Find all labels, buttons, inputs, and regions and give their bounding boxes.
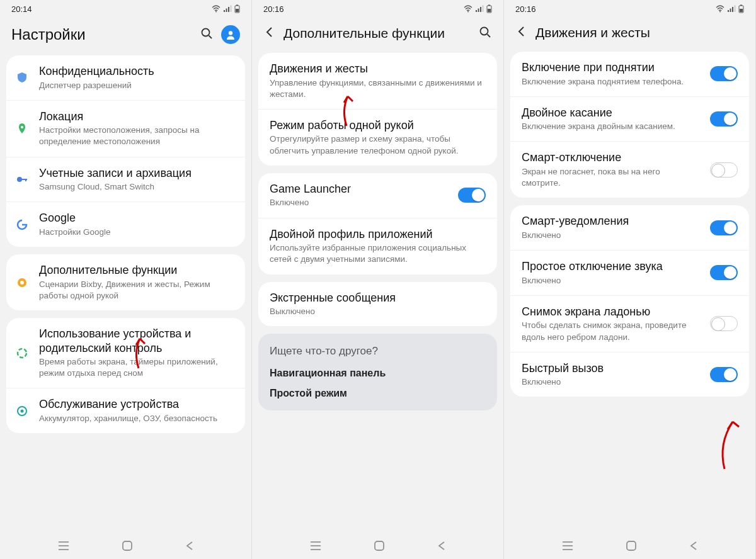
row-devicecare[interactable]: Обслуживание устройства Аккумулятор, хра… [6, 388, 245, 433]
motions-list: Включение при поднятии Включение экрана … [504, 52, 755, 533]
row-dualmessenger[interactable]: Двойной профиль приложений Используйте и… [258, 218, 497, 274]
row-title: Google [39, 211, 234, 225]
svg-rect-28 [483, 6, 484, 13]
svg-point-12 [17, 177, 22, 182]
nav-back-icon[interactable] [185, 541, 195, 551]
toggle-gamelauncher[interactable] [458, 188, 486, 203]
svg-point-17 [18, 349, 26, 358]
row-palmswipe[interactable]: Снимок экрана ладонью Чтобы сделать сним… [510, 295, 749, 352]
clock: 20:16 [263, 4, 284, 14]
avatar[interactable] [221, 25, 240, 44]
svg-rect-44 [740, 5, 742, 6]
row-doubletap[interactable]: Двойное касание Включение экрана двойным… [510, 96, 749, 142]
toggle-easymute[interactable] [710, 265, 738, 280]
row-onehand[interactable]: Режим работы одной рукой Отрегулируйте р… [258, 109, 497, 166]
card: Game Launcher Включено Двойной профиль п… [258, 173, 497, 274]
svg-rect-7 [236, 9, 239, 12]
toggle-directcall[interactable] [710, 367, 738, 382]
row-lifttowake[interactable]: Включение при поднятии Включение экрана … [510, 52, 749, 96]
location-icon [15, 121, 29, 135]
row-sub: Диспетчер разрешений [39, 80, 234, 91]
screen-settings: 20:14 Настройки Конфиденциальность Диспе… [0, 0, 252, 559]
svg-point-38 [719, 11, 721, 13]
navbar [504, 533, 755, 559]
svg-rect-39 [728, 10, 729, 12]
svg-point-11 [21, 126, 23, 128]
search-icon[interactable] [478, 25, 492, 42]
nav-recent-icon[interactable] [561, 541, 574, 551]
row-motions[interactable]: Движения и жесты Управление функциями, с… [258, 53, 497, 109]
nav-home-icon[interactable] [373, 539, 386, 552]
row-sos[interactable]: Экстренные сообщения Выключено [258, 282, 497, 327]
card: Конфиденциальность Диспетчер разрешений … [6, 55, 245, 247]
navbar [252, 533, 503, 559]
screen-motions: 20:16 Движения и жесты Включение при под… [504, 0, 756, 559]
svg-line-9 [209, 36, 212, 39]
svg-rect-1 [224, 10, 225, 12]
shield-icon [15, 71, 29, 84]
row-location[interactable]: Локация Настройки местоположения, запрос… [6, 100, 245, 157]
card: Включение при поднятии Включение экрана … [510, 52, 749, 198]
navbar [0, 533, 251, 559]
toggle-smartstay[interactable] [710, 162, 738, 178]
row-gamelauncher[interactable]: Game Launcher Включено [258, 173, 497, 218]
row-title: Режим работы одной рукой [270, 118, 486, 133]
svg-rect-3 [228, 7, 229, 12]
row-smartstay[interactable]: Смарт-отключение Экран не погаснет, пока… [510, 141, 749, 198]
nav-home-icon[interactable] [121, 539, 134, 552]
row-title: Использование устройства и родительский … [39, 327, 234, 355]
link-navigation-bar[interactable]: Навигационная панель [270, 368, 486, 379]
row-directcall[interactable]: Быстрый вызов Включено [510, 352, 749, 397]
row-sub: Экран не погаснет, пока вы на него смотр… [522, 166, 700, 189]
row-title: Быстрый вызов [522, 361, 700, 376]
nav-recent-icon[interactable] [57, 541, 70, 551]
row-smartalert[interactable]: Смарт-уведомления Включено [510, 205, 749, 250]
signal-icon [223, 5, 232, 13]
nav-back-icon[interactable] [689, 541, 699, 551]
row-sub: Включено [270, 197, 448, 208]
toggle-lifttowake[interactable] [710, 66, 738, 81]
row-wellbeing[interactable]: Использование устройства и родительский … [6, 318, 245, 388]
row-title: Смарт-отключение [522, 150, 700, 165]
signal-icon [475, 5, 484, 13]
clock: 20:14 [11, 4, 32, 14]
search-icon[interactable] [200, 26, 214, 43]
card: Движения и жесты Управление функциями, с… [258, 53, 497, 166]
status-icons [464, 4, 492, 13]
row-google[interactable]: Google Настройки Google [6, 201, 245, 247]
status-icons [212, 4, 240, 13]
statusbar: 20:16 [252, 0, 503, 18]
nav-recent-icon[interactable] [309, 541, 322, 551]
row-sub: Включено [522, 275, 700, 286]
row-title: Смарт-уведомления [522, 214, 700, 229]
svg-rect-4 [231, 6, 232, 13]
wifi-icon [212, 5, 220, 13]
statusbar: 20:16 [504, 0, 755, 18]
row-sub: Время работы экрана, таймеры приложений,… [39, 356, 234, 379]
row-easymute[interactable]: Простое отключение звука Включено [510, 250, 749, 295]
row-accounts[interactable]: Учетные записи и архивация Samsung Cloud… [6, 157, 245, 202]
toggle-palmswipe[interactable] [710, 316, 738, 331]
back-icon[interactable] [263, 26, 276, 41]
row-sub: Включено [522, 230, 700, 241]
svg-rect-23 [123, 541, 132, 550]
nav-home-icon[interactable] [625, 539, 638, 552]
svg-rect-25 [476, 10, 477, 12]
care-icon [15, 404, 29, 418]
row-privacy[interactable]: Конфиденциальность Диспетчер разрешений [6, 55, 245, 100]
nav-back-icon[interactable] [437, 541, 447, 551]
lookingfor-heading: Ищете что-то другое? [270, 345, 486, 358]
row-advanced[interactable]: Дополнительные функции Сценарии Bixby, Д… [6, 254, 245, 310]
row-title: Локация [39, 110, 234, 124]
statusbar: 20:14 [0, 0, 251, 18]
toggle-doubletap[interactable] [710, 111, 738, 127]
svg-rect-40 [730, 9, 731, 13]
svg-rect-26 [478, 9, 479, 13]
key-icon [15, 172, 29, 186]
link-easy-mode[interactable]: Простой режим [270, 388, 486, 399]
row-sub: Настройки местоположения, запросы на опр… [39, 125, 234, 147]
toggle-smartalert[interactable] [710, 220, 738, 235]
looking-for-card: Ищете что-то другое? Навигационная панел… [258, 334, 497, 410]
back-icon[interactable] [515, 25, 528, 40]
row-sub: Включено [522, 376, 700, 388]
